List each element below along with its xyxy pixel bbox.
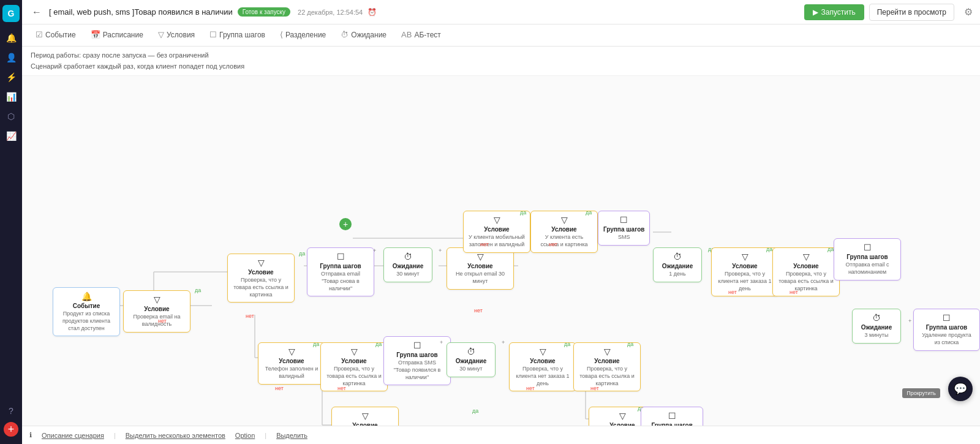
canvas[interactable]: 🔔 Событие Продукт из списка продуктов кл… xyxy=(22,76,980,426)
play-icon: ▶ xyxy=(813,8,818,17)
group-icon: ☐ xyxy=(209,30,217,39)
node-wait3[interactable]: ⏱ Ожидание 30 минут xyxy=(447,342,496,377)
node-cond2[interactable]: ▽ Условие Проверка, что у товара есть сс… xyxy=(227,254,295,303)
split-icon: ⟨ xyxy=(280,30,283,39)
settings-icon[interactable]: ⚙ xyxy=(964,6,973,18)
workflow-title: [ email, web push, sms ]Товар появился в… xyxy=(49,7,233,17)
node-group6[interactable]: ☐ Группа шагов Удаление продукта из спис… xyxy=(913,309,980,350)
sidebar-icon-segments[interactable]: ⬡ xyxy=(2,108,20,125)
sidebar: G 🔔 👤 ⚡ 📊 ⬡ 📈 ? + xyxy=(0,0,22,444)
sidebar-icon-stats[interactable]: 📈 xyxy=(2,127,20,145)
node-group3[interactable]: ☐ Группа шагов Отправка email с напомина… xyxy=(834,238,901,280)
deselect-link[interactable]: Выделить xyxy=(276,432,307,439)
description-icon: ℹ xyxy=(29,431,32,439)
infobar: Период работы: сразу после запуска — без… xyxy=(22,47,980,76)
sidebar-icon-help[interactable]: ? xyxy=(2,402,20,420)
bottombar: ℹ Описание сценария | Выделить несколько… xyxy=(22,426,980,444)
status-badge: Готов к запуску xyxy=(238,7,290,17)
back-button[interactable]: ← xyxy=(29,4,44,20)
scroll-hint: Прокрутить xyxy=(902,388,940,398)
select-link[interactable]: Выделить несколько элементов xyxy=(126,432,225,439)
tab-schedule[interactable]: 📅 Расписание xyxy=(85,26,149,44)
node-cond10[interactable]: ▽ Условие Проверка, что у клиента нет за… xyxy=(509,342,576,391)
navtabs: ☑ Событие 📅 Расписание ▽ Условия ☐ Групп… xyxy=(22,24,980,47)
sidebar-icon-notifications[interactable]: 🔔 xyxy=(2,29,20,47)
tab-group[interactable]: ☐ Группа шагов xyxy=(203,26,271,44)
option-text: Option xyxy=(235,432,255,439)
sidebar-icon-analytics[interactable]: 📊 xyxy=(2,88,20,105)
ab-icon: AB xyxy=(401,30,412,39)
node-event[interactable]: 🔔 Событие Продукт из списка продуктов кл… xyxy=(53,287,120,336)
wait-icon: ⏱ xyxy=(341,30,349,39)
main-content: ← [ email, web push, sms ]Товар появился… xyxy=(22,0,980,444)
tab-conditions[interactable]: ▽ Условия xyxy=(152,26,201,44)
node-group5[interactable]: ☐ Группа шагов Отправка Web-Push xyxy=(641,407,703,426)
node-wait4[interactable]: ⏱ Ожидание 3 минуты xyxy=(852,309,901,344)
description-link[interactable]: Описание сценария xyxy=(42,432,104,439)
infobar-line2: Сценарий сработает каждый раз, когда кли… xyxy=(31,61,971,72)
node-cond11[interactable]: ▽ Условие Проверка, что у товара есть сс… xyxy=(573,342,641,391)
chat-button[interactable]: 💬 xyxy=(948,377,973,401)
node-wait1[interactable]: ⏱ Ожидание 30 минут xyxy=(383,247,432,282)
node-cond6[interactable]: ▽ Условие Проверка, что у клиента нет за… xyxy=(711,247,778,296)
sidebar-icon-workflows[interactable]: ⚡ xyxy=(2,69,20,86)
node-cond12[interactable]: ▽ Условие Проверка, что у товара есть сс… xyxy=(331,407,399,426)
tab-event[interactable]: ☑ Событие xyxy=(29,26,82,44)
preview-button[interactable]: Перейти в просмотр xyxy=(869,4,954,21)
sidebar-icon-user[interactable]: 👤 xyxy=(2,49,20,66)
schedule-icon: 📅 xyxy=(91,30,100,39)
node-cond1[interactable]: ▽ Условие Проверка email на валидность xyxy=(123,290,190,332)
tab-split[interactable]: ⟨ Разделение xyxy=(274,26,332,44)
add-button-1[interactable]: + xyxy=(339,218,352,230)
event-icon: ☑ xyxy=(36,30,43,39)
launch-button[interactable]: ▶ Запустить xyxy=(804,4,864,20)
sidebar-icon-add[interactable]: + xyxy=(4,422,18,437)
node-cond8[interactable]: ▽ Условие Телефон заполнен и валидный xyxy=(258,342,325,384)
tab-ab[interactable]: AB АБ-тест xyxy=(395,26,447,44)
infobar-line1: Период работы: сразу после запуска — без… xyxy=(31,50,971,61)
node-cond7[interactable]: ▽ Условие Проверка, что у товара есть сс… xyxy=(772,247,840,296)
node-cond4[interactable]: ▽ Условие У клиента мобильный заполнен и… xyxy=(463,211,530,252)
conditions-icon: ▽ xyxy=(158,30,164,39)
node-group-sms[interactable]: ☐ Группа шагов SMS xyxy=(598,211,650,246)
tab-wait[interactable]: ⏱ Ожидание xyxy=(334,26,393,44)
node-cond5[interactable]: ▽ Условие У клиента есть ссылка и картин… xyxy=(530,211,598,252)
logo[interactable]: G xyxy=(2,5,20,22)
node-wait2[interactable]: ⏱ Ожидание 1 день xyxy=(653,247,702,282)
node-group1[interactable]: ☐ Группа шагов Отправка email "Товар сно… xyxy=(307,247,374,296)
node-cond9[interactable]: ▽ Условие Проверка, что у товара есть сс… xyxy=(320,342,388,391)
topbar: ← [ email, web push, sms ]Товар появился… xyxy=(22,0,980,24)
workflow-date: 22 декабря, 12:54:54 xyxy=(298,9,363,16)
node-cond3[interactable]: ▽ Условие Не открыл email 30 минут xyxy=(447,247,514,289)
